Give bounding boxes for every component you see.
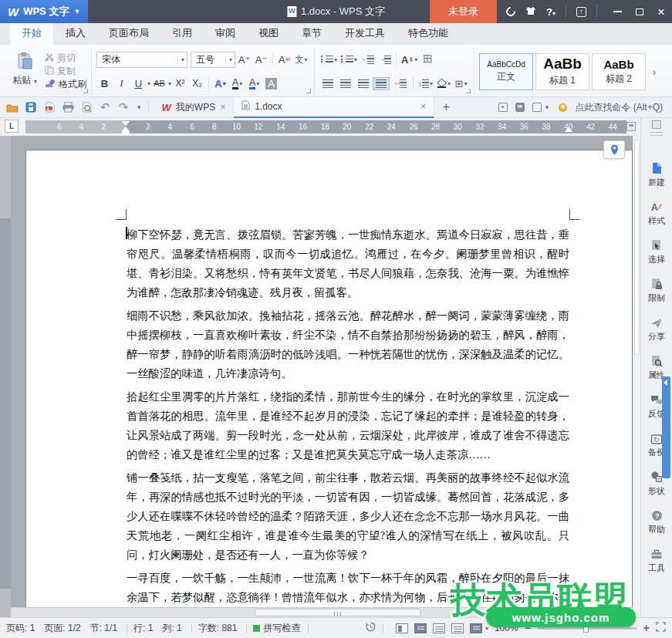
tab-my-wps[interactable]: W 我的WPS × <box>154 97 235 118</box>
rail-item-tools[interactable]: 工具 <box>641 542 672 581</box>
fit-page-icon[interactable] <box>656 622 666 634</box>
underline-button[interactable]: U <box>130 76 147 91</box>
document-paragraph[interactable]: 铺一叠笺纸，拈一支瘦笔，落笔之间，前尘往事，散若云烟。再美丽的故事终经不起似水流… <box>127 468 569 565</box>
ribbon-tab[interactable]: 引用 <box>160 22 204 45</box>
ribbon-tab[interactable]: 章节 <box>290 22 333 45</box>
rail-item-styles[interactable]: A 样式 <box>641 195 672 234</box>
justify-button[interactable] <box>373 77 390 90</box>
ribbon-tab[interactable]: 开发工具 <box>333 22 397 45</box>
spellcheck-toggle[interactable]: 拼写检查 <box>253 622 300 635</box>
help-icon[interactable]: ?▾ <box>546 6 555 18</box>
task-pane-expand-handle[interactable] <box>662 376 670 478</box>
view-page-layout-button[interactable] <box>414 623 427 633</box>
close-tab-icon[interactable]: × <box>420 101 426 112</box>
ribbon-tab[interactable]: 页面布局 <box>97 22 160 45</box>
align-left-button[interactable] <box>319 77 336 90</box>
ribbon-tab[interactable]: 特色功能 <box>397 22 460 45</box>
tab-document[interactable]: 1.docx × <box>234 97 434 118</box>
refresh-icon[interactable] <box>505 5 518 19</box>
right-indent-marker[interactable] <box>565 127 572 132</box>
rail-item-restrict[interactable]: 限制 <box>641 272 672 311</box>
shrink-font-button[interactable]: A⁻ <box>253 52 269 67</box>
insert-table-button[interactable]: 田 <box>420 52 436 67</box>
horizontal-scrollbar-thumb[interactable] <box>255 609 420 616</box>
rail-item-help[interactable]: ? 帮助 <box>641 504 672 542</box>
increase-indent-button[interactable]: → <box>377 52 393 67</box>
dialog-launcher-icon[interactable] <box>466 89 471 93</box>
superscript-button[interactable]: X² <box>172 76 188 91</box>
horizontal-ruler[interactable]: 642 246810121416182022242628303234363840… <box>25 120 626 133</box>
bold-button[interactable]: B <box>96 76 113 91</box>
text-tools-button[interactable]: A⇞▾ <box>400 52 419 67</box>
location-pin-button[interactable] <box>603 140 625 159</box>
status-word-count[interactable]: 字数: 881 <box>198 622 238 635</box>
undo-icon[interactable]: ↶ <box>98 100 112 114</box>
clear-format-button[interactable]: A <box>276 52 292 67</box>
document-paragraph[interactable]: 拾起红尘里凋零的片片落红，绕指的柔情，那前世今生的缘分，在时光的掌纹里，沉淀成一… <box>127 387 569 464</box>
style-heading1[interactable]: AaBb 标题 1 <box>535 53 589 90</box>
skin-icon[interactable] <box>525 6 536 18</box>
text-effects-button[interactable]: A▾ <box>212 76 228 91</box>
view-outline-button[interactable] <box>433 623 445 633</box>
shading-button[interactable]: ▾ <box>435 76 452 91</box>
close-button[interactable]: × <box>650 0 672 23</box>
document-page[interactable]: 柳下空怀瑟，竟无言、拨弦眉锁。苦寥芳魄，一世痴情东逝水。焉道今日寂寂，思往昔，垂… <box>25 150 633 617</box>
phonetic-guide-button[interactable]: 文▾ <box>293 52 309 67</box>
vertical-scrollbar[interactable] <box>633 136 640 617</box>
document-paragraph[interactable]: 细雨不识愁，乘风欲加浓。挽袖拈花，摇落云池。醉花醉水，醉一阕词，蒙蒙薄雾缠绕，雨… <box>127 306 569 383</box>
find-command-hint[interactable]: 点此查找命令 (Alt+Q) <box>575 101 663 114</box>
upload-icon[interactable]: ↑ <box>576 7 586 17</box>
document-text[interactable]: 柳下空怀瑟，竟无言、拨弦眉锁。苦寥芳魄，一世痴情东逝水。焉道今日寂寂，思往昔，垂… <box>127 225 569 617</box>
zoom-in-button[interactable]: + <box>643 622 650 634</box>
app-menu-button[interactable]: W WPS 文字 ▼ <box>0 0 88 23</box>
save-icon[interactable] <box>24 100 38 114</box>
vertical-ruler[interactable] <box>0 136 11 617</box>
view-more-button[interactable] <box>470 623 482 633</box>
rail-collapse-handle[interactable] <box>650 132 663 136</box>
rail-item-new[interactable]: 新建 <box>641 157 672 195</box>
open-file-icon[interactable] <box>5 100 19 114</box>
font-color-button[interactable]: A▾ <box>246 76 262 91</box>
style-normal[interactable]: AaBbCcDd 正文 <box>479 53 533 90</box>
layout-switch-mini-icon[interactable] <box>532 103 542 112</box>
login-button[interactable]: 未登录 <box>430 0 497 23</box>
cut-button[interactable]: 剪切 <box>45 52 86 65</box>
rail-item-select[interactable]: 选择 <box>641 234 672 272</box>
numbered-list-button[interactable]: ▾ <box>339 52 359 67</box>
wps-cloud-mini-icon[interactable]: w <box>515 103 525 112</box>
decrease-indent-button[interactable]: ← <box>360 52 376 67</box>
ribbon-tab[interactable]: 视图 <box>247 22 290 45</box>
tab-stop-selector[interactable]: L <box>5 120 19 133</box>
distribute-button[interactable]: ↔ <box>390 77 410 90</box>
grow-font-button[interactable]: A⁺ <box>236 52 252 67</box>
align-center-button[interactable] <box>337 77 354 90</box>
char-shading-button[interactable]: A <box>263 76 279 91</box>
new-tab-button[interactable]: + <box>434 100 458 114</box>
ribbon-tab[interactable]: 插入 <box>54 22 97 45</box>
close-tab-icon[interactable]: × <box>220 102 225 113</box>
align-right-button[interactable] <box>355 77 372 90</box>
view-web-layout-button[interactable] <box>451 623 464 633</box>
maximize-button[interactable] <box>629 0 650 23</box>
copy-button[interactable]: 复制 <box>45 65 86 78</box>
ribbon-tab[interactable]: 开始 <box>9 22 54 45</box>
vertical-scrollbar-thumb[interactable] <box>634 139 640 355</box>
strikethrough-button[interactable]: AB <box>151 76 167 91</box>
export-pdf-icon[interactable]: A <box>42 100 56 114</box>
customize-quickbar-icon[interactable]: ▾ <box>135 103 144 111</box>
left-indent-marker[interactable] <box>122 131 130 133</box>
subscript-button[interactable]: X₂ <box>189 76 205 91</box>
line-spacing-button[interactable]: ↕▾ <box>417 76 434 91</box>
format-painter-button[interactable]: 格式刷 <box>45 78 86 91</box>
style-heading2[interactable]: AaBb 标题 2 <box>592 53 646 90</box>
print-preview-icon[interactable] <box>79 100 93 114</box>
history-icon[interactable] <box>365 621 377 635</box>
ribbon-tab[interactable]: 审阅 <box>204 22 247 45</box>
more-styles-button[interactable]: › <box>648 66 660 78</box>
document-paragraph[interactable]: 柳下空怀瑟，竟无言、拨弦眉锁。苦寥芳魄，一世痴情东逝水。焉道今日寂寂，思往昔，垂… <box>127 225 569 302</box>
italic-button[interactable]: I <box>113 76 130 91</box>
page-setup-icon[interactable] <box>626 122 636 131</box>
history-mini-icon[interactable] <box>498 103 508 112</box>
font-size-select[interactable]: 五号▾ <box>191 52 235 68</box>
redo-icon[interactable]: ↷ <box>117 100 130 114</box>
